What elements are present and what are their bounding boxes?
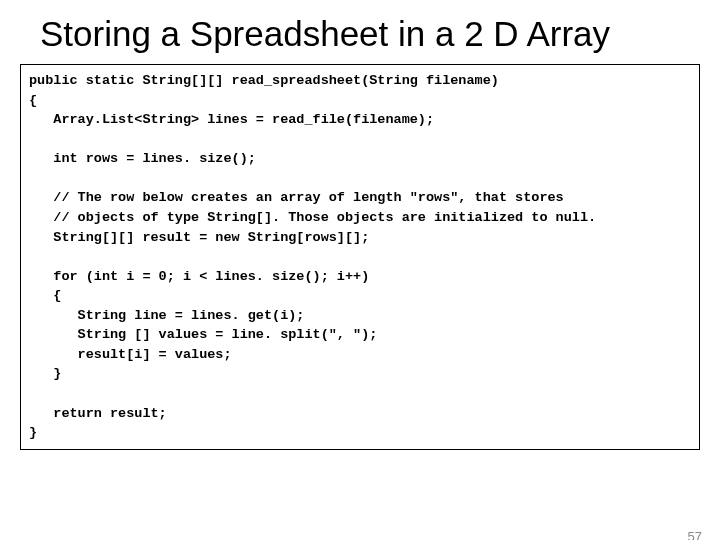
slide-title: Storing a Spreadsheet in a 2 D Array	[0, 14, 720, 54]
code-block: public static String[][] read_spreadshee…	[20, 64, 700, 450]
page-number: 57	[688, 529, 702, 540]
slide: Storing a Spreadsheet in a 2 D Array pub…	[0, 14, 720, 540]
